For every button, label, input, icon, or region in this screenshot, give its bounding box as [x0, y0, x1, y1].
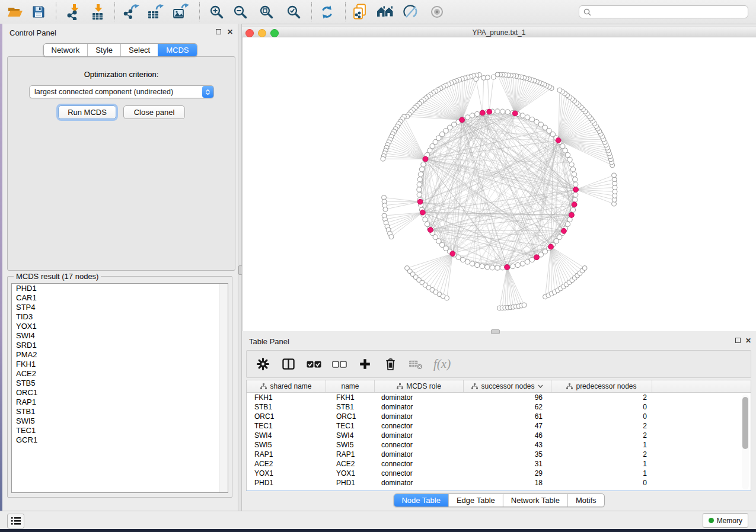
unselect-all-columns-button[interactable]	[331, 357, 347, 372]
table-row[interactable]: YOX1YOX1connector291	[247, 469, 751, 478]
list-item[interactable]: CAR1	[12, 293, 228, 303]
close-panel-button[interactable]: Close panel	[123, 105, 185, 119]
table-cell: ACE2	[326, 460, 375, 468]
open-file-button[interactable]	[5, 2, 25, 22]
export-image-button[interactable]	[171, 2, 191, 22]
list-item[interactable]: SWI5	[12, 416, 228, 426]
column-header-predecessor-nodes[interactable]: predecessor nodes	[551, 380, 652, 392]
table-cell: FKH1	[326, 393, 375, 402]
show-hide-graphics-button[interactable]	[401, 2, 421, 22]
tab-network-table[interactable]: Network Table	[503, 494, 567, 507]
table-row[interactable]: ORC1ORC1dominator610	[247, 412, 751, 421]
zoom-fit-button[interactable]	[256, 2, 276, 22]
table-cell: 1	[551, 469, 652, 477]
list-item[interactable]: PHD1	[12, 284, 228, 293]
list-item[interactable]: YOX1	[12, 322, 228, 331]
table-scrollbar[interactable]	[742, 395, 749, 489]
task-history-button[interactable]	[7, 514, 24, 528]
table-row[interactable]: SWI4SWI4dominator462	[247, 431, 751, 440]
table-row[interactable]: PHD1PHD1dominator180	[247, 478, 751, 488]
table-row[interactable]: RAP1RAP1dominator352	[247, 450, 751, 459]
table-settings-button[interactable]	[255, 357, 270, 372]
table-row[interactable]: FKH1FKH1dominator962	[247, 393, 751, 402]
tab-motifs[interactable]: Motifs	[567, 494, 604, 507]
refresh-icon	[320, 5, 334, 20]
table-cell: 31	[464, 460, 551, 468]
column-header-name[interactable]: name	[326, 380, 375, 392]
tab-node-table[interactable]: Node Table	[394, 494, 448, 507]
zoom-fit-icon	[259, 5, 274, 20]
export-table-button[interactable]	[145, 2, 165, 22]
search-input[interactable]	[594, 7, 748, 17]
scrollbar-thumb[interactable]	[742, 397, 748, 449]
save-session-button[interactable]	[28, 2, 49, 22]
tab-mcds[interactable]: MCDS	[158, 44, 196, 56]
list-item[interactable]: STB5	[12, 379, 228, 388]
show-column-selector-button[interactable]	[280, 357, 296, 372]
new-network-from-selection-button[interactable]	[350, 2, 370, 22]
hide-selected-button[interactable]	[427, 2, 447, 22]
table-header-row: shared namenameMCDS rolesuccessor nodesp…	[247, 380, 751, 393]
list-item[interactable]: TID3	[12, 312, 228, 322]
float-panel-icon[interactable]	[215, 28, 222, 36]
list-scrollbar[interactable]	[219, 284, 228, 492]
list-item[interactable]: SWI4	[12, 331, 228, 341]
node-table[interactable]: shared namenameMCDS rolesuccessor nodesp…	[246, 380, 751, 491]
memory-status-icon	[709, 518, 714, 523]
create-column-button[interactable]	[357, 357, 372, 372]
table-cell: 0	[551, 412, 652, 421]
zoom-in-button[interactable]	[206, 2, 227, 22]
list-item[interactable]: ORC1	[12, 388, 228, 398]
list-item[interactable]: FKH1	[12, 360, 228, 369]
delete-column-button[interactable]	[382, 357, 398, 372]
criterion-dropdown[interactable]: largest connected component (undirected)	[29, 85, 214, 98]
list-item[interactable]: STP4	[12, 303, 228, 312]
column-header-shared-name[interactable]: shared name	[247, 380, 326, 392]
close-table-panel-icon[interactable]: ✕	[745, 337, 752, 344]
horizontal-splitter-grip[interactable]	[491, 329, 500, 334]
close-panel-icon[interactable]: ✕	[227, 28, 234, 36]
list-item[interactable]: RAP1	[12, 398, 228, 407]
list-item[interactable]: ACE2	[12, 369, 228, 379]
float-table-panel-icon[interactable]	[734, 337, 741, 344]
vertical-splitter[interactable]	[238, 24, 242, 511]
tab-select[interactable]: Select	[120, 44, 158, 56]
list-item[interactable]: GCR1	[12, 435, 228, 445]
first-neighbors-button[interactable]	[375, 2, 395, 22]
import-network-button[interactable]	[64, 2, 84, 22]
network-canvas[interactable]	[242, 37, 756, 331]
column-header-MCDS-role[interactable]: MCDS role	[375, 380, 464, 392]
column-type-icon	[566, 383, 573, 390]
list-item[interactable]: STB1	[12, 407, 228, 416]
table-cell: 96	[464, 393, 551, 402]
list-item[interactable]: PMA2	[12, 350, 228, 360]
table-row[interactable]: SWI5SWI5connector431	[247, 440, 751, 450]
memory-button[interactable]: Memory	[703, 513, 748, 528]
tab-style[interactable]: Style	[87, 44, 120, 56]
table-row[interactable]: STB1STB1dominator620	[247, 402, 751, 412]
run-mcds-button[interactable]: Run MCDS	[58, 105, 116, 119]
mcds-tab-content: Optimization criterion: largest connecte…	[7, 56, 235, 271]
list-item[interactable]: SRD1	[12, 341, 228, 350]
network-graph[interactable]	[243, 37, 756, 331]
table-row[interactable]: ACE2ACE2connector311	[247, 459, 751, 469]
table-cell: SWI4	[326, 431, 375, 440]
zoom-selected-button[interactable]	[283, 2, 304, 22]
tab-network[interactable]: Network	[43, 44, 87, 56]
import-table-button[interactable]	[88, 2, 108, 22]
export-network-button[interactable]	[122, 2, 142, 22]
column-header-successor-nodes[interactable]: successor nodes	[464, 380, 551, 392]
mcds-result-list[interactable]: PHD1CAR1STP4TID3YOX1SWI4SRD1PMA2FKH1ACE2…	[11, 283, 228, 493]
select-all-columns-button[interactable]	[306, 357, 321, 372]
zoom-out-button[interactable]	[230, 2, 250, 22]
apply-layout-button[interactable]	[317, 2, 337, 22]
zoom-out-icon	[233, 5, 248, 20]
network-window-titlebar[interactable]: YPA_prune.txt_1	[242, 27, 756, 37]
control-panel-header: Control Panel ✕	[2, 24, 238, 40]
table-cell: 29	[464, 469, 551, 477]
search-field[interactable]	[579, 5, 748, 18]
table-cell: 2	[551, 431, 652, 440]
list-item[interactable]: TEC1	[12, 426, 228, 435]
tab-edge-table[interactable]: Edge Table	[448, 494, 503, 507]
table-row[interactable]: TEC1TEC1connector472	[247, 421, 751, 431]
